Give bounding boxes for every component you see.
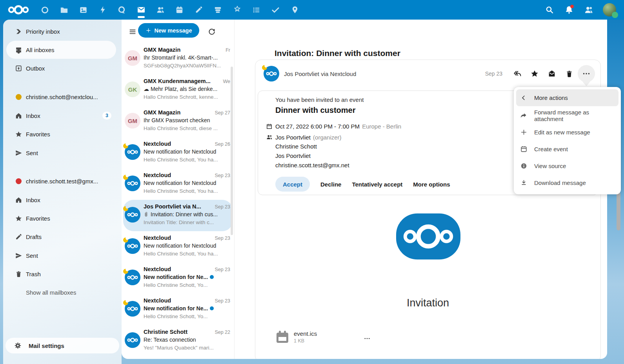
bot-moon-badge (262, 65, 267, 70)
list-item[interactable]: GM GMX MagazinFr Ihr Stromtarif inkl. 4K… (123, 43, 233, 74)
app-deck-icon[interactable] (208, 0, 227, 20)
menu-item-download-message[interactable]: Download message (514, 174, 621, 191)
sidebar-item-inbox-2[interactable]: Inbox (6, 191, 116, 209)
list-item-selected[interactable]: Jos Poortvliet via N...Sep 23 Invitation… (123, 200, 233, 231)
app-dashboard-icon[interactable] (35, 0, 55, 20)
menu-item-label: Edit as new message (534, 129, 590, 136)
app-tasks-icon[interactable] (247, 0, 266, 20)
top-bar: C (0, 0, 624, 20)
list-item-unread[interactable]: NextcloudSep 23 New notification for Ne.… (123, 263, 233, 294)
reply-all-icon[interactable] (509, 65, 526, 82)
list-item[interactable]: NextcloudSep 26 New notification for Nex… (123, 137, 233, 168)
list-item[interactable]: GM GMX MagazinSep 27 Ihr GMX Passwort ch… (123, 106, 233, 137)
message-date: Sep 23 (215, 235, 230, 241)
sidebar-item-label: All inboxes (26, 47, 55, 53)
sidebar-account-gmx[interactable]: christine.schott.test@gmx... (6, 172, 116, 190)
app-collectives-icon[interactable]: C (227, 0, 247, 20)
message-date: Sep 22 (215, 330, 230, 335)
mail-settings-button[interactable]: Mail settings (5, 338, 119, 353)
message-preview: Hello Christine Schott, You ha... (144, 157, 230, 163)
app-activity-icon[interactable] (93, 0, 112, 20)
new-message-button[interactable]: New message (138, 23, 199, 38)
message-subject: New notification for Nextcloud (144, 180, 216, 186)
sidebar-item-outbox[interactable]: Outbox (6, 59, 116, 77)
menu-item-more-actions[interactable]: More actions (516, 89, 619, 106)
app-calendar-icon[interactable] (170, 0, 189, 20)
contacts-menu-icon[interactable] (583, 4, 594, 15)
star-icon (15, 214, 22, 222)
menu-item-forward-as-attachment[interactable]: Forward message as attachment (514, 107, 621, 124)
list-item[interactable]: NextcloudSep 23 New notification for Nex… (123, 168, 233, 200)
sidebar-account-nextcloud[interactable]: christine.schott@nextclou... (6, 88, 116, 106)
search-icon[interactable] (544, 4, 555, 15)
menu-item-create-event[interactable]: Create event (514, 141, 621, 158)
attendee-name: Jos Poortvliet (275, 152, 311, 159)
message-list: New message GM GMX MagazinFr Ihr Stromta… (122, 20, 234, 359)
star-icon (15, 130, 22, 138)
sidebar-item-priority-inbox[interactable]: Priority inbox (6, 22, 116, 40)
page-scrollbar[interactable] (617, 192, 620, 230)
tentatively-accept-button[interactable]: Tentatively accept (352, 181, 402, 188)
sidebar-item-favorites-1[interactable]: Favorites (6, 125, 116, 143)
app-talk-icon[interactable] (112, 0, 131, 20)
message-list-items: GM GMX MagazinFr Ihr Stromtarif inkl. 4K… (122, 43, 234, 357)
show-all-mailboxes-button[interactable]: Show all mailboxes (6, 283, 116, 301)
refresh-icon[interactable] (205, 25, 219, 39)
list-item-unread[interactable]: NextcloudSep 23 New notification for Ne.… (123, 294, 233, 325)
message-sender: Nextcloud (144, 141, 212, 147)
list-item[interactable]: NextcloudSep 23 New notification for Nex… (123, 231, 233, 263)
sidebar-item-sent-2[interactable]: Sent (6, 246, 116, 264)
menu-item-label: Download message (534, 179, 586, 186)
more-actions-dots-icon[interactable] (578, 65, 595, 82)
app-notes-icon[interactable] (189, 0, 208, 20)
user-avatar[interactable] (603, 3, 616, 16)
nextcloud-avatar (125, 238, 140, 254)
bot-moon-badge (123, 143, 128, 148)
gear-icon (14, 342, 22, 350)
message-title: Invitation: Dinner with customer (275, 49, 400, 58)
message-subject: New notification for Nextcloud (144, 243, 216, 249)
account-status-dot (16, 94, 22, 100)
more-options-button[interactable]: More options (413, 181, 450, 188)
sidebar-item-inbox-1[interactable]: Inbox 3 (6, 107, 116, 125)
send-icon (15, 149, 22, 157)
accept-button[interactable]: Accept (275, 177, 310, 192)
organizer-suffix: (organizer) (313, 134, 342, 141)
menu-item-edit-as-new[interactable]: Edit as new message (514, 124, 621, 141)
mark-unread-envelope-icon[interactable] (543, 65, 560, 82)
plus-icon (146, 27, 151, 33)
list-scrollbar[interactable] (231, 67, 233, 235)
ics-calendar-icon (275, 330, 290, 344)
menu-item-label: Forward message as attachment (534, 109, 617, 122)
delete-trash-icon[interactable] (560, 65, 578, 82)
nextcloud-logo[interactable] (5, 3, 31, 16)
attachment-item[interactable]: event.ics 1 KB (275, 330, 317, 344)
list-item[interactable]: Christine SchottSep 22 Re: Texas connect… (123, 325, 233, 357)
sidebar-item-all-inboxes[interactable]: All inboxes (6, 41, 116, 59)
message-sender: Christine Schott (144, 329, 212, 335)
download-icon (519, 179, 528, 187)
message-sender: Nextcloud (144, 297, 212, 304)
message-preview: Hello Christine Schott, You ha... (144, 251, 230, 257)
list-item[interactable]: GK GMX Kundenmanagem...We ☁ Mehr Platz, … (123, 74, 233, 106)
message-date: Sep 23 (485, 71, 502, 77)
sidebar-item-favorites-2[interactable]: Favorites (6, 209, 116, 227)
notifications-bell-icon[interactable] (564, 4, 575, 15)
menu-toggle-icon[interactable] (126, 25, 140, 39)
message-preview: Hello Christine Schott, Yo... (144, 313, 230, 319)
message-preview: Hello Christine Schott, Yo... (144, 282, 230, 288)
message-subject: Ihr Stromtarif inkl. 4K-Smart-... (144, 54, 218, 61)
menu-item-view-source[interactable]: View source (514, 158, 621, 174)
app-mail-icon[interactable] (131, 0, 151, 20)
sidebar-item-sent-1[interactable]: Sent (6, 144, 116, 162)
attachment-menu-icon[interactable] (360, 333, 374, 344)
favorite-star-icon[interactable] (526, 65, 543, 82)
app-contacts-icon[interactable] (151, 0, 170, 20)
decline-button[interactable]: Decline (320, 181, 341, 188)
sidebar-item-trash[interactable]: Trash (6, 265, 116, 283)
app-files-icon[interactable] (55, 0, 74, 20)
app-photos-icon[interactable] (74, 0, 93, 20)
app-maps-icon[interactable] (285, 0, 304, 20)
app-done-icon[interactable] (266, 0, 285, 20)
sidebar-item-drafts[interactable]: Drafts (6, 228, 116, 246)
